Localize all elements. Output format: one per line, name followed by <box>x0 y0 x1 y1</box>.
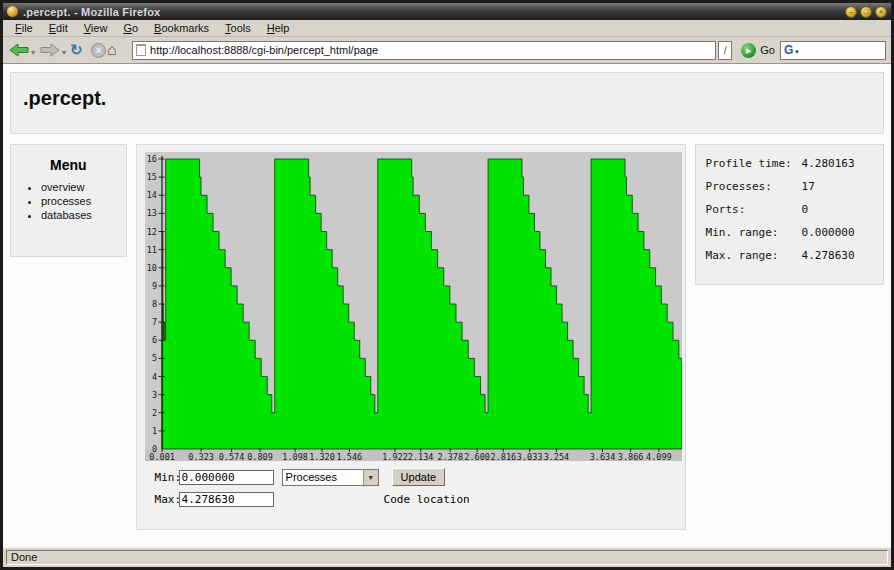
url-bar <box>132 41 716 60</box>
back-arrow-icon <box>8 42 30 58</box>
forward-dropdown-icon[interactable]: ▾ <box>62 48 66 57</box>
select-arrow-icon: ▼ <box>363 470 378 485</box>
svg-text:15: 15 <box>146 172 156 182</box>
chart-canvas: 0123456789101112131415160.0010.3230.5740… <box>145 152 682 461</box>
url-input[interactable] <box>150 44 712 56</box>
max-range-value: 4.278630 <box>802 249 855 262</box>
svg-text:0.323: 0.323 <box>188 452 214 462</box>
svg-text:2: 2 <box>151 408 156 418</box>
svg-text:14: 14 <box>146 190 156 200</box>
info-row-min-range: Min. range: 0.000000 <box>706 226 873 239</box>
svg-text:11: 11 <box>146 245 156 255</box>
svg-text:3.866: 3.866 <box>617 452 643 462</box>
svg-text:1.546: 1.546 <box>336 452 362 462</box>
page-header-panel: .percept. <box>10 72 884 134</box>
svg-text:6: 6 <box>151 335 156 345</box>
info-row-ports: Ports: 0 <box>706 203 873 216</box>
max-range-input[interactable] <box>179 492 274 507</box>
page-favicon-icon <box>136 44 146 56</box>
sidebar-item-databases[interactable]: databases <box>41 209 126 221</box>
svg-text:16: 16 <box>146 154 156 164</box>
update-button[interactable]: Update <box>392 468 445 486</box>
status-text: Done <box>6 550 888 565</box>
stop-icon: × <box>91 43 106 58</box>
svg-text:7: 7 <box>151 317 156 327</box>
svg-text:1.320: 1.320 <box>309 452 335 462</box>
minimize-button[interactable]: – <box>845 6 857 18</box>
search-bar: G ▾ <box>780 41 886 60</box>
code-location-label: Code location <box>384 493 470 506</box>
home-button[interactable]: ⌂ <box>107 41 127 59</box>
reload-button[interactable]: ↻ <box>70 41 90 59</box>
back-button[interactable]: ▾ <box>8 42 38 58</box>
menu-view[interactable]: View <box>76 21 116 35</box>
svg-text:12: 12 <box>146 227 156 237</box>
stop-button[interactable]: × <box>91 43 106 58</box>
svg-text:8: 8 <box>151 299 156 309</box>
svg-text:13: 13 <box>146 208 156 218</box>
svg-text:3.254: 3.254 <box>543 452 569 462</box>
menu-bookmarks[interactable]: Bookmarks <box>146 21 217 35</box>
browser-window: .percept. - Mozilla Firefox – □ × File E… <box>0 0 894 570</box>
menu-file[interactable]: File <box>7 21 41 35</box>
min-label: Min: <box>145 471 179 484</box>
graph-type-selected: Processes <box>283 471 363 483</box>
svg-text:2.600: 2.600 <box>464 452 490 462</box>
ports-count-value: 0 <box>802 203 809 216</box>
svg-text:0.001: 0.001 <box>149 452 175 462</box>
info-row-profile-time: Profile time: 4.280163 <box>706 157 873 170</box>
graph-type-select[interactable]: Processes ▼ <box>282 469 379 486</box>
svg-text:3.033: 3.033 <box>516 452 542 462</box>
profile-time-value: 4.280163 <box>802 157 855 170</box>
processes-chart: 0123456789101112131415160.0010.3230.5740… <box>145 152 680 461</box>
search-engine-dropdown-icon[interactable]: ▾ <box>795 48 799 56</box>
google-logo-icon: G <box>784 43 793 57</box>
sidebar-item-processes[interactable]: processes <box>41 195 126 207</box>
sidebar-menu-title: Menu <box>11 157 126 173</box>
window-title: .percept. - Mozilla Firefox <box>23 6 160 18</box>
menubar: File Edit View Go Bookmarks Tools Help <box>3 20 891 37</box>
menu-go[interactable]: Go <box>115 21 146 35</box>
svg-text:5: 5 <box>151 353 156 363</box>
svg-text:1.098: 1.098 <box>282 452 308 462</box>
search-input[interactable] <box>801 43 882 58</box>
svg-text:10: 10 <box>146 263 156 273</box>
forward-button[interactable]: ▾ <box>39 42 69 58</box>
svg-text:2.134: 2.134 <box>407 452 433 462</box>
svg-text:2.816: 2.816 <box>490 452 516 462</box>
url-dropdown-button[interactable]: / <box>718 41 732 60</box>
sidebar-item-overview[interactable]: overview <box>41 181 126 193</box>
profile-info-panel: Profile time: 4.280163 Processes: 17 Por… <box>695 144 884 285</box>
firefox-icon <box>7 6 18 17</box>
svg-text:4.099: 4.099 <box>646 452 672 462</box>
go-arrow-icon: ▶ <box>741 43 756 58</box>
back-dropdown-icon[interactable]: ▾ <box>31 48 35 57</box>
svg-text:3: 3 <box>151 390 156 400</box>
close-button[interactable]: × <box>875 6 887 18</box>
svg-text:1: 1 <box>151 426 156 436</box>
info-row-processes: Processes: 17 <box>706 180 873 193</box>
processes-count-value: 17 <box>802 180 815 193</box>
svg-text:2.378: 2.378 <box>437 452 463 462</box>
min-range-value: 0.000000 <box>802 226 855 239</box>
sidebar-menu-panel: Menu overview processes databases <box>10 144 127 257</box>
max-label: Max: <box>145 493 179 506</box>
page-title: .percept. <box>23 87 883 110</box>
maximize-button[interactable]: □ <box>860 6 872 18</box>
nav-toolbar: ▾ ▾ ↻ × ⌂ / ▶ Go G ▾ <box>3 37 891 64</box>
svg-text:0.574: 0.574 <box>218 452 244 462</box>
menu-help[interactable]: Help <box>259 21 298 35</box>
min-range-input[interactable] <box>179 470 274 485</box>
page-content: .percept. Menu overview processes databa… <box>3 64 891 547</box>
forward-arrow-icon <box>39 42 61 58</box>
svg-text:9: 9 <box>151 281 156 291</box>
svg-text:0.809: 0.809 <box>247 452 273 462</box>
main-panel: 0123456789101112131415160.0010.3230.5740… <box>136 144 686 530</box>
svg-text:1.922: 1.922 <box>382 452 408 462</box>
titlebar: .percept. - Mozilla Firefox – □ × <box>3 3 891 20</box>
info-row-max-range: Max. range: 4.278630 <box>706 249 873 262</box>
menu-edit[interactable]: Edit <box>41 21 76 35</box>
go-button[interactable]: ▶ Go <box>741 43 775 58</box>
menu-tools[interactable]: Tools <box>217 21 259 35</box>
range-controls: Min: Processes ▼ Update Max: Code locati… <box>145 467 680 509</box>
